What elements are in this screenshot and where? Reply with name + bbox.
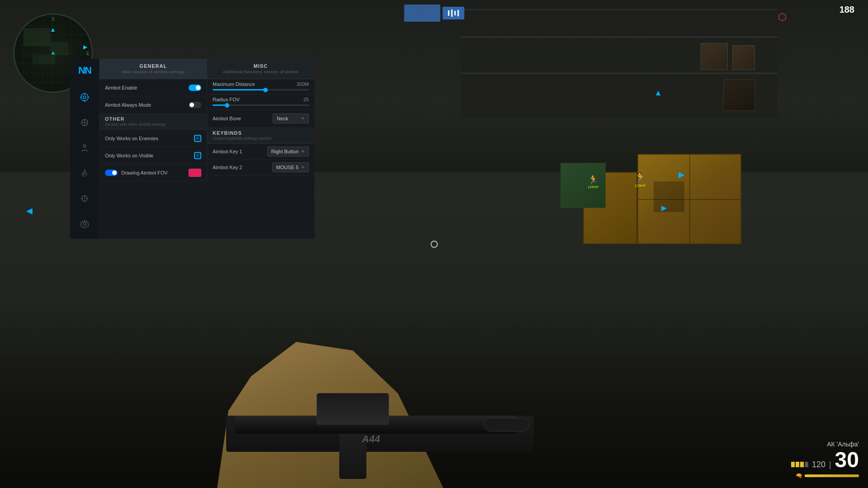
drawing-left: Drawing Aimbot FOV [105,170,168,176]
aimbot-bone-dropdown[interactable]: Neck ▼ [273,114,309,123]
key2-value: MOUSE 5 [276,165,299,170]
enemy-2: 🏃 125HP [634,172,646,188]
tab-general-subtitle: Main section of aimbot settings [104,70,203,74]
key1-value: Right Button [271,149,299,154]
top-bar-stats[interactable] [442,7,464,19]
max-distance-header: Maximum Distance 350M [213,81,309,87]
max-distance-track[interactable] [213,89,309,90]
ammo-bar-3 [800,462,804,467]
svg-point-0 [81,94,88,101]
ammo-bars [791,462,808,467]
aimbot-bone-row: Aimbot Bone Neck ▼ [207,110,314,128]
nav-arrow-top: ▲ [654,88,662,98]
max-distance-slider-container: Maximum Distance 350M [207,79,314,95]
weapon-body: A44 [226,316,565,452]
other-section-header: OTHER Section with other aimbot settings [100,114,207,130]
bullet-icon: 🔫 [796,473,802,479]
sidebar-icon-settings[interactable] [76,216,93,232]
svg-point-8 [83,145,86,147]
only-visible-check[interactable] [194,152,201,159]
sidebar-icon-crosshair[interactable] [76,190,93,207]
tab-misc-subtitle: Additional functions section of aimbot [212,70,310,74]
key2-label: Aimbot Key 2 [213,165,242,170]
radius-fov-label: Radius FOV [213,97,240,102]
bar1 [448,10,449,16]
sidebar-icon-fire[interactable] [76,165,93,181]
top-bar[interactable] [404,5,464,22]
drawing-fov-row: Drawing Aimbot FOV [100,164,207,181]
key1-arrow: ▼ [301,149,305,154]
key1-label: Aimbot Key 1 [213,149,242,154]
ammo-bar-2 [796,462,799,467]
enemy-2-icon: 🏃 [634,172,646,184]
ammo-separator: | [829,460,831,469]
menu-left-column: Aimbot Enable Aimbot Always Mode OTHER S… [100,79,207,181]
cheat-panel: NN [70,59,314,239]
enemy-1-icon: 🏃 [588,174,599,185]
key1-dropdown[interactable]: Right Button ▼ [267,147,309,156]
map-object-3 [33,55,55,64]
max-distance-thumb[interactable] [263,88,268,92]
radius-fov-track[interactable] [213,104,309,106]
setting-only-visible: Only Works on Visible [100,147,207,164]
bar2 [451,9,452,17]
ammo-current: 30 [835,449,859,471]
crate-small-2 [701,43,728,70]
ammo-bar-1 [791,462,795,467]
sidebar-icon-aimbot[interactable] [76,89,93,105]
weapon-text: A44 [362,433,380,445]
drawing-fov-toggle[interactable] [105,170,118,176]
svg-point-14 [84,198,85,199]
tab-misc-title: MISC [212,63,310,69]
crate-small-1 [732,45,755,70]
aimbot-enable-label: Aimbot Enable [105,85,138,90]
radius-fov-thumb[interactable] [225,103,229,108]
map-object-1 [24,28,51,46]
menu-split: Aimbot Enable Aimbot Always Mode OTHER S… [100,79,314,181]
crate-small-3 [723,79,755,111]
sidebar-logo: NN [78,66,91,76]
weapon-name-display: АК 'Альфа' [791,441,859,448]
key2-dropdown[interactable]: MOUSE 5 ▼ [272,162,309,172]
nav-arrow-left: ◀ [26,206,33,216]
minimap-arrow: ▲ [50,26,56,33]
only-enemies-label: Only Works on Enemies [105,136,158,141]
keybind-key2-row: Aimbot Key 2 MOUSE 5 ▼ [207,160,314,175]
only-visible-label: Only Works on Visible [105,153,153,158]
aimbot-always-label: Aimbot Always Mode [105,102,151,108]
keybind-key1-row: Aimbot Key 1 Right Button ▼ [207,144,314,160]
bg-shelf-bar2 [461,72,778,74]
drawing-fov-label: Drawing Aimbot FOV [121,170,168,175]
tab-general-title: GENERAL [104,63,203,69]
enemy-1: 🏃 125HP [588,174,599,189]
top-right-icon: ⬡ [778,11,787,23]
svg-point-7 [84,122,85,123]
minimap-north: S [52,17,55,22]
crate-handle [654,181,684,213]
svg-point-15 [83,223,86,225]
setting-only-enemies: Only Works on Enemies [100,130,207,147]
minimap-arrow2: ▶ [83,44,87,50]
menu-right-column: Maximum Distance 350M Radius FOV 25 [207,79,314,181]
menu-tabs: GENERAL Main section of aimbot settings … [100,59,314,79]
aimbot-enable-toggle[interactable] [189,85,201,91]
tab-general[interactable]: GENERAL Main section of aimbot settings [100,59,207,79]
max-distance-value: 350M [296,81,309,87]
weapon-suppressor [484,418,529,431]
aimbot-always-toggle[interactable] [189,102,201,108]
tab-misc[interactable]: MISC Additional functions section of aim… [207,59,315,79]
top-bar-empty-btn[interactable] [404,5,440,22]
ammo-bar-strip [805,474,859,477]
aimbot-bone-value: Neck [277,116,288,121]
other-desc: Section with other aimbot settings [105,122,201,127]
sidebar-icon-target[interactable] [76,114,93,131]
fov-color-swatch[interactable] [189,169,201,177]
game-background: A44 S E ▲ ▶ 188 ⬡ ▲ ▶ ▶ ◀ 🏃 [0,0,868,488]
only-enemies-check[interactable] [194,135,201,142]
sidebar-icon-player[interactable] [76,140,93,156]
weapon-scope [317,393,389,425]
sidebar: NN [70,59,100,239]
menu-content: GENERAL Main section of aimbot settings … [100,59,314,239]
setting-aimbot-enable: Aimbot Enable [100,79,207,96]
keybinds-title: KEYBINDS [213,130,309,136]
